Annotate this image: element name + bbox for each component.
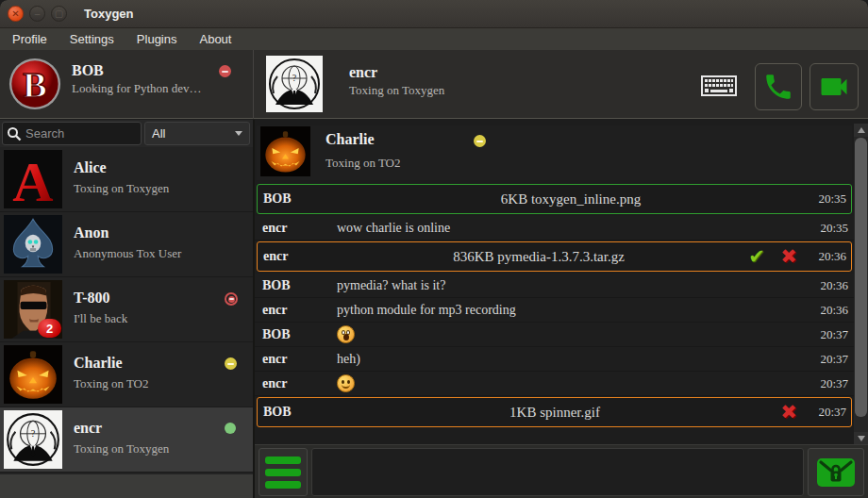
peer-card-name: Charlie: [326, 131, 375, 148]
search-input[interactable]: [25, 126, 129, 141]
contact-status-message: I'll be back: [74, 311, 127, 326]
message-time: 20:35: [807, 221, 848, 236]
peer-info-card: Charlie Toxing on TO2: [257, 125, 852, 180]
peer-card-avatar: [260, 126, 310, 176]
message-list: BOB6KB toxygen_inline.png20:35encrwow ch…: [255, 184, 854, 427]
message-time: 20:36: [805, 249, 846, 264]
contact-list: AAliceToxing on Toxygen AnonAnonymous To…: [0, 147, 253, 474]
menu-bar: ProfileSettingsPluginsAbout: [0, 28, 868, 50]
pumpkin-avatar: [4, 345, 62, 404]
message-body: heh): [337, 352, 807, 367]
unread-count-badge: 2: [38, 319, 61, 338]
search-row: All: [0, 120, 253, 147]
text-message: BOBpymedia? what is it?20:36: [255, 274, 854, 298]
away-status-icon: [474, 135, 486, 147]
busy-ring-status-icon: [225, 292, 238, 306]
self-profile[interactable]: B BOB Looking for Python dev…: [0, 50, 253, 119]
emoji-message: BOB20:37: [255, 323, 854, 347]
message-time: 20:37: [807, 352, 848, 367]
title-bar[interactable]: ✕ – ▢ Toxygen: [0, 0, 868, 28]
search-icon: [7, 126, 22, 141]
message-time: 20:36: [807, 278, 848, 293]
decline-transfer-button[interactable]: ✖: [773, 245, 805, 268]
video-call-button[interactable]: [810, 63, 859, 110]
self-name: BOB: [72, 62, 202, 79]
shocked-face-emoji: [337, 325, 355, 343]
message-sender: encr: [262, 221, 337, 236]
peer-card-status-message: Toxing on TO2: [326, 156, 401, 171]
message-time: 20:36: [807, 303, 848, 318]
contact-item-encr[interactable]: ? encrToxing on Toxygen: [0, 407, 253, 473]
away-status-icon: [225, 357, 237, 370]
menu-settings[interactable]: Settings: [59, 29, 125, 49]
phone-icon: [762, 71, 794, 103]
message-sender: BOB: [263, 405, 337, 420]
file-transfer-message: BOB6KB toxygen_inline.png20:35: [257, 184, 852, 214]
contact-item-t-800[interactable]: T-800I'll be back2: [0, 277, 253, 342]
sidebar-bottom-strip: [0, 474, 253, 498]
contact-name: Alice: [74, 159, 107, 176]
text-message: encrpython module for mp3 recording20:36: [255, 298, 854, 323]
window-title: Toxygen: [84, 7, 134, 21]
letter-a-avatar: A: [4, 150, 62, 208]
scrollbar-thumb[interactable]: [855, 138, 867, 417]
message-sender: BOB: [262, 278, 337, 293]
chat-menu-button[interactable]: [259, 448, 308, 496]
message-body: [337, 373, 807, 394]
file-name-size: 836KB pymedia-1.3.7.3.tar.gz: [337, 249, 741, 265]
keyboard-icon[interactable]: [698, 73, 740, 99]
message-body: wow charlie is online: [337, 221, 807, 236]
peer-status-message: Toxing on Toxygen: [349, 83, 444, 98]
busy-status-icon: [219, 65, 231, 77]
sidebar: All AAliceToxing on Toxygen AnonAnonymou…: [0, 120, 253, 498]
contact-status-message: Toxing on Toxygen: [74, 181, 169, 196]
send-button[interactable]: [808, 448, 864, 496]
scroll-down-icon[interactable]: [854, 432, 868, 445]
message-time: 20:37: [807, 327, 848, 342]
decline-transfer-button[interactable]: ✖: [773, 401, 805, 423]
message-sender: encr: [263, 249, 337, 264]
message-body: python module for mp3 recording: [337, 303, 807, 318]
contact-name: Charlie: [74, 355, 123, 372]
message-sender: encr: [262, 303, 337, 318]
minimize-icon[interactable]: –: [29, 6, 45, 22]
online-status-icon: [225, 423, 236, 434]
menu-about[interactable]: About: [189, 29, 242, 49]
contact-status-message: Toxing on TO2: [74, 376, 149, 391]
message-area: Charlie Toxing on TO2 BOB6KB toxygen_inl…: [255, 120, 854, 444]
svg-text:?: ?: [31, 428, 36, 439]
menu-icon: [265, 456, 301, 464]
close-icon[interactable]: ✕: [8, 6, 24, 22]
menu-profile[interactable]: Profile: [2, 29, 58, 49]
peer-avatar: ?: [266, 56, 323, 112]
maximize-icon[interactable]: ▢: [51, 6, 67, 22]
text-message: encrheh)20:37: [255, 347, 854, 372]
header-band: B BOB Looking for Python dev… ? encr Tox…: [0, 50, 868, 119]
scroll-up-icon[interactable]: [854, 124, 868, 137]
spade-skull-avatar: [4, 215, 62, 274]
message-sender: encr: [262, 352, 337, 367]
contact-name: T-800: [74, 290, 110, 307]
file-transfer-message: BOB1KB spinner.gif✖20:37: [257, 397, 852, 427]
filter-value: All: [152, 126, 235, 141]
contact-status-message: Anonymous Tox User: [74, 246, 181, 261]
svg-text:A: A: [12, 151, 53, 208]
text-message: encrwow charlie is online20:35: [255, 216, 854, 241]
message-input[interactable]: [311, 448, 804, 496]
peer-name: encr: [349, 64, 444, 81]
audio-call-button[interactable]: [755, 63, 802, 110]
contact-item-charlie[interactable]: CharlieToxing on TO2: [0, 342, 253, 407]
video-camera-icon: [817, 70, 851, 104]
contact-item-anon[interactable]: AnonAnonymous Tox User: [0, 212, 253, 277]
search-box[interactable]: [2, 122, 142, 145]
message-time: 20:37: [805, 405, 846, 420]
contact-filter-dropdown[interactable]: All: [144, 122, 250, 145]
file-transfer-message: encr836KB pymedia-1.3.7.3.tar.gz✔✖20:36: [257, 241, 852, 272]
menu-plugins[interactable]: Plugins: [126, 29, 188, 49]
chat-scrollbar[interactable]: [854, 124, 868, 445]
chevron-down-icon: [235, 131, 242, 136]
accept-transfer-button[interactable]: ✔: [741, 245, 773, 268]
emoji-message: encr20:37: [255, 372, 854, 396]
contact-name: encr: [74, 420, 102, 437]
contact-item-alice[interactable]: AAliceToxing on Toxygen: [0, 147, 253, 212]
